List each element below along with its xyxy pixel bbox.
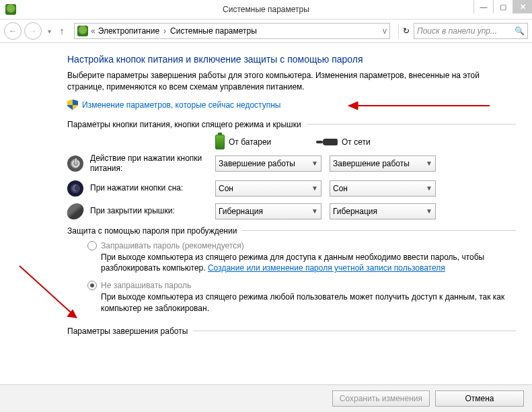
up-button[interactable]: ↑: [55, 26, 69, 36]
radio-require-password: Запрашивать пароль (рекомендуется) При в…: [87, 241, 516, 275]
footer: Сохранить изменения Отмена: [0, 384, 532, 412]
search-input[interactable]: Поиск в панели упр... 🔍: [414, 23, 528, 39]
sleep-button-battery-select[interactable]: Сон▼: [215, 180, 321, 197]
column-headers: От батареи От сети: [215, 135, 516, 149]
change-unavailable-settings-link[interactable]: Изменение параметров, которые сейчас нед…: [82, 100, 281, 110]
row-lid-close: При закрытии крышки: Гибернация▼ Гиберна…: [67, 203, 516, 219]
page-description: Выберите параметры завершения работы для…: [67, 70, 516, 93]
power-button-battery-select[interactable]: Завершение работы▼: [215, 156, 321, 172]
location-icon: [77, 26, 88, 36]
shield-icon: [67, 100, 78, 110]
page-title: Настройка кнопок питания и включение защ…: [67, 54, 516, 65]
battery-icon: [215, 135, 225, 149]
cancel-button[interactable]: Отмена: [435, 390, 524, 407]
chevron-right-icon: «: [91, 26, 96, 36]
content-area: Настройка кнопок питания и включение защ…: [0, 43, 529, 385]
section-header-shutdown: Параметры завершения работы: [67, 327, 516, 336]
row-power-button: Действие при нажатии кнопки питания: Зав…: [67, 153, 516, 174]
no-password-desc: При выходе компьютера из спящего режима …: [101, 291, 516, 314]
forward-button[interactable]: →: [24, 22, 42, 40]
section-header-buttons: Параметры кнопки питания, кнопки спящего…: [67, 120, 516, 129]
row-sleep-button: При нажатии кнопки сна: Сон▼ Сон▼: [67, 180, 516, 197]
sleep-button-ac-select[interactable]: Сон▼: [330, 180, 436, 197]
power-button-ac-select[interactable]: Завершение работы▼: [330, 156, 436, 172]
svg-marker-1: [348, 102, 358, 110]
plug-icon: [323, 139, 338, 145]
lid-battery-select[interactable]: Гибернация▼: [215, 203, 321, 219]
col-ac-label: От сети: [342, 137, 371, 147]
require-password-desc: При выходе компьютера из спящего режима …: [101, 252, 516, 275]
lid-ac-select[interactable]: Гибернация▼: [330, 203, 436, 219]
titlebar: Системные параметры — ▢ ✕: [0, 0, 532, 20]
section-header-password: Защита с помощью пароля при пробуждении: [67, 226, 516, 236]
row-label: При закрытии крышки:: [90, 206, 215, 216]
power-button-icon: [67, 156, 83, 172]
uac-link-row: Изменение параметров, которые сейчас нед…: [67, 100, 516, 110]
toolbar: ← → ▾ ↑ « Электропитание › Системные пар…: [0, 20, 532, 43]
breadcrumb-2[interactable]: Системные параметры: [170, 26, 257, 36]
address-bar[interactable]: « Электропитание › Системные параметры v: [74, 23, 390, 39]
sleep-button-icon: [67, 180, 83, 197]
radio-require-password-input[interactable]: [87, 241, 97, 250]
save-button[interactable]: Сохранить изменения: [332, 390, 430, 407]
back-button[interactable]: ←: [4, 22, 22, 40]
window-title: Системные параметры: [0, 5, 532, 14]
search-icon: 🔍: [515, 26, 525, 36]
radio-require-password-label: Запрашивать пароль (рекомендуется): [101, 241, 244, 250]
refresh-button[interactable]: ↻: [398, 24, 414, 38]
close-button[interactable]: ✕: [512, 0, 532, 13]
chevron-right-icon: ›: [163, 26, 166, 36]
create-password-link[interactable]: Создание или изменение пароля учетной за…: [208, 263, 445, 273]
maximize-button[interactable]: ▢: [493, 0, 512, 13]
row-label: При нажатии кнопки сна:: [90, 183, 215, 193]
minimize-button[interactable]: —: [473, 0, 493, 13]
lid-icon: [65, 203, 85, 219]
address-dropdown[interactable]: v: [383, 26, 387, 36]
radio-no-password-input[interactable]: [87, 281, 97, 290]
col-battery-label: От батареи: [229, 137, 271, 147]
row-label: Действие при нажатии кнопки питания:: [90, 153, 215, 174]
breadcrumb-1[interactable]: Электропитание: [98, 26, 159, 36]
radio-no-password-label: Не запрашивать пароль: [101, 281, 191, 290]
history-dropdown[interactable]: ▾: [44, 28, 54, 35]
radio-no-password: Не запрашивать пароль При выходе компьют…: [87, 281, 516, 314]
